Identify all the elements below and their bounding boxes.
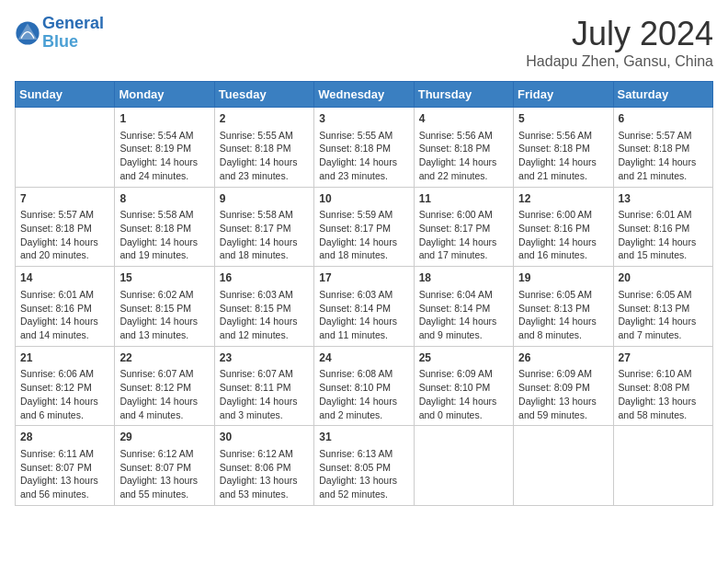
cell-text: Sunrise: 6:03 AM bbox=[319, 288, 408, 302]
day-number: 14 bbox=[20, 270, 109, 286]
cell-text: Sunrise: 6:07 AM bbox=[119, 367, 209, 381]
cell-text: Daylight: 14 hours bbox=[419, 315, 508, 328]
cell-text: Sunset: 8:07 PM bbox=[20, 461, 109, 475]
cell-text: Sunrise: 6:04 AM bbox=[419, 288, 508, 302]
calendar-cell: 24Sunrise: 6:08 AMSunset: 8:10 PMDayligh… bbox=[314, 346, 414, 426]
cell-text: Daylight: 14 hours bbox=[220, 236, 309, 249]
day-number: 24 bbox=[319, 350, 408, 366]
day-header-monday: Monday bbox=[115, 82, 214, 108]
cell-text: Daylight: 14 hours bbox=[319, 395, 408, 408]
cell-text: Sunset: 8:19 PM bbox=[119, 142, 209, 155]
calendar-cell: 7Sunrise: 5:57 AMSunset: 8:18 PMDaylight… bbox=[16, 187, 115, 267]
cell-text: Daylight: 14 hours bbox=[20, 315, 109, 328]
day-number: 17 bbox=[319, 270, 408, 286]
cell-text: and 20 minutes. bbox=[20, 248, 109, 262]
cell-text: Sunset: 8:14 PM bbox=[319, 302, 408, 316]
cell-text: and 6 minutes. bbox=[20, 408, 109, 422]
day-number: 20 bbox=[619, 270, 708, 286]
calendar-cell: 28Sunrise: 6:11 AMSunset: 8:07 PMDayligh… bbox=[16, 426, 115, 506]
cell-text: and 14 minutes. bbox=[20, 328, 109, 342]
cell-text: Sunset: 8:18 PM bbox=[419, 142, 508, 155]
cell-text: Daylight: 14 hours bbox=[119, 155, 209, 169]
cell-text: Sunrise: 6:05 AM bbox=[518, 288, 608, 302]
cell-text: and 8 minutes. bbox=[518, 328, 608, 342]
calendar-cell bbox=[414, 426, 513, 506]
cell-text: and 53 minutes. bbox=[220, 488, 309, 501]
day-number: 27 bbox=[619, 350, 708, 366]
calendar-cell: 26Sunrise: 6:09 AMSunset: 8:09 PMDayligh… bbox=[514, 346, 613, 426]
cell-text: Sunrise: 6:00 AM bbox=[518, 208, 608, 222]
cell-text: and 13 minutes. bbox=[119, 328, 209, 342]
cell-text: Daylight: 14 hours bbox=[619, 155, 708, 169]
calendar-cell: 8Sunrise: 5:58 AMSunset: 8:18 PMDaylight… bbox=[115, 187, 214, 267]
cell-text: Daylight: 13 hours bbox=[220, 474, 309, 488]
calendar-week-1: 1Sunrise: 5:54 AMSunset: 8:19 PMDaylight… bbox=[16, 108, 713, 188]
cell-text: Daylight: 13 hours bbox=[319, 474, 408, 488]
day-number: 16 bbox=[220, 270, 309, 286]
calendar-cell: 30Sunrise: 6:12 AMSunset: 8:06 PMDayligh… bbox=[214, 426, 313, 506]
day-number: 7 bbox=[20, 191, 109, 207]
calendar-cell: 16Sunrise: 6:03 AMSunset: 8:15 PMDayligh… bbox=[214, 267, 313, 347]
cell-text: and 56 minutes. bbox=[20, 488, 109, 501]
cell-text: Daylight: 13 hours bbox=[518, 395, 608, 408]
cell-text: Sunrise: 6:06 AM bbox=[20, 367, 109, 381]
day-number: 28 bbox=[20, 430, 109, 445]
day-number: 31 bbox=[319, 430, 408, 445]
day-number: 23 bbox=[220, 350, 309, 366]
day-header-friday: Friday bbox=[514, 82, 613, 108]
cell-text: and 15 minutes. bbox=[619, 248, 708, 262]
day-number: 19 bbox=[518, 270, 608, 286]
logo-line1: General bbox=[42, 14, 104, 32]
cell-text: Daylight: 13 hours bbox=[20, 474, 109, 488]
cell-text: Sunset: 8:18 PM bbox=[518, 142, 608, 155]
day-number: 30 bbox=[220, 430, 309, 445]
cell-text: Daylight: 14 hours bbox=[619, 236, 708, 249]
cell-text: and 0 minutes. bbox=[419, 408, 508, 422]
cell-text: Sunrise: 6:13 AM bbox=[319, 447, 408, 461]
cell-text: and 52 minutes. bbox=[319, 488, 408, 501]
cell-text: Sunset: 8:09 PM bbox=[518, 381, 608, 395]
cell-text: Daylight: 14 hours bbox=[319, 155, 408, 169]
calendar-cell: 2Sunrise: 5:55 AMSunset: 8:18 PMDaylight… bbox=[214, 108, 313, 188]
cell-text: Sunset: 8:11 PM bbox=[220, 381, 309, 395]
cell-text: Sunset: 8:06 PM bbox=[220, 461, 309, 475]
cell-text: Sunset: 8:18 PM bbox=[119, 222, 209, 236]
day-number: 2 bbox=[220, 111, 309, 127]
cell-text: Sunset: 8:10 PM bbox=[419, 381, 508, 395]
cell-text: Sunset: 8:13 PM bbox=[518, 302, 608, 316]
cell-text: and 18 minutes. bbox=[220, 248, 309, 262]
calendar-week-4: 21Sunrise: 6:06 AMSunset: 8:12 PMDayligh… bbox=[16, 346, 713, 426]
cell-text: Sunset: 8:18 PM bbox=[619, 142, 708, 155]
cell-text: Sunrise: 5:54 AM bbox=[119, 129, 209, 143]
cell-text: Daylight: 14 hours bbox=[220, 395, 309, 408]
cell-text: and 3 minutes. bbox=[220, 408, 309, 422]
cell-text: Daylight: 14 hours bbox=[119, 395, 209, 408]
cell-text: Sunrise: 6:09 AM bbox=[419, 367, 508, 381]
calendar-week-2: 7Sunrise: 5:57 AMSunset: 8:18 PMDaylight… bbox=[16, 187, 713, 267]
calendar-cell: 4Sunrise: 5:56 AMSunset: 8:18 PMDaylight… bbox=[414, 108, 513, 188]
cell-text: Sunrise: 5:58 AM bbox=[119, 208, 209, 222]
cell-text: Sunset: 8:05 PM bbox=[319, 461, 408, 475]
cell-text: Sunset: 8:16 PM bbox=[518, 222, 608, 236]
cell-text: and 2 minutes. bbox=[319, 408, 408, 422]
day-header-sunday: Sunday bbox=[16, 82, 115, 108]
cell-text: Daylight: 13 hours bbox=[119, 474, 209, 488]
cell-text: Sunset: 8:18 PM bbox=[20, 222, 109, 236]
cell-text: Sunrise: 5:55 AM bbox=[319, 129, 408, 143]
cell-text: and 17 minutes. bbox=[419, 248, 508, 262]
calendar-cell: 22Sunrise: 6:07 AMSunset: 8:12 PMDayligh… bbox=[115, 346, 214, 426]
cell-text: Sunset: 8:16 PM bbox=[20, 302, 109, 316]
cell-text: Daylight: 14 hours bbox=[619, 315, 708, 328]
logo-icon bbox=[15, 20, 40, 46]
cell-text: Daylight: 14 hours bbox=[119, 236, 209, 249]
cell-text: and 55 minutes. bbox=[119, 488, 209, 501]
cell-text: Sunrise: 5:58 AM bbox=[220, 208, 309, 222]
day-number: 11 bbox=[419, 191, 508, 207]
cell-text: Sunset: 8:17 PM bbox=[419, 222, 508, 236]
cell-text: Daylight: 14 hours bbox=[20, 395, 109, 408]
calendar-cell: 6Sunrise: 5:57 AMSunset: 8:18 PMDaylight… bbox=[613, 108, 712, 188]
cell-text: Sunrise: 6:12 AM bbox=[119, 447, 209, 461]
cell-text: and 4 minutes. bbox=[119, 408, 209, 422]
day-header-wednesday: Wednesday bbox=[314, 82, 414, 108]
calendar-cell bbox=[16, 108, 115, 188]
